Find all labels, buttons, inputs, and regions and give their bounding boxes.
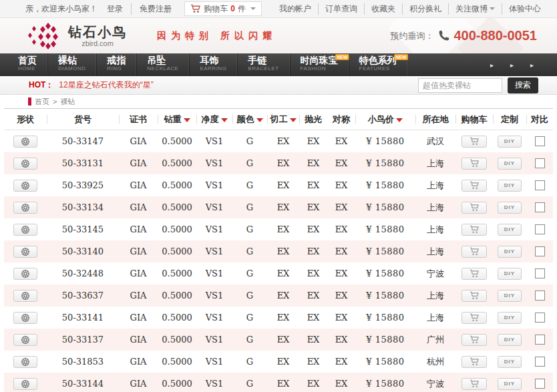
shape-button[interactable] xyxy=(13,202,37,214)
column-header[interactable]: 钻重 xyxy=(158,109,196,130)
hot-promo-link[interactable]: 12星座之钻石代表我的“星” xyxy=(59,79,153,91)
column-header[interactable]: 对比 xyxy=(526,109,553,130)
topbar-link[interactable]: 积分换礼 xyxy=(402,3,448,15)
column-header[interactable]: 抛光 xyxy=(299,109,327,130)
diy-button[interactable]: DIY xyxy=(498,224,522,236)
compare-checkbox[interactable] xyxy=(535,202,545,212)
add-to-cart-button[interactable] xyxy=(461,202,487,214)
add-to-cart-button[interactable] xyxy=(461,356,487,368)
breadcrumb-home[interactable]: 首页 xyxy=(35,97,49,107)
shape-button[interactable] xyxy=(13,180,37,192)
diy-button[interactable]: DIY xyxy=(498,378,522,390)
diy-button[interactable]: DIY xyxy=(498,290,522,302)
sku[interactable]: 50-33637 xyxy=(47,290,119,301)
sku[interactable]: 50-31853 xyxy=(47,357,119,367)
topbar-link[interactable]: 收藏夹 xyxy=(364,3,402,15)
sku[interactable]: 50-33144 xyxy=(47,379,119,389)
add-to-cart-button[interactable] xyxy=(461,378,487,390)
column-header[interactable]: 证书 xyxy=(119,109,158,130)
nav-item[interactable]: 裸钻 DIAMOND xyxy=(47,53,96,76)
diy-button[interactable]: DIY xyxy=(498,312,522,324)
sku[interactable]: 50-33141 xyxy=(47,313,119,323)
diy-button[interactable]: DIY xyxy=(498,202,522,214)
sku[interactable]: 50-33145 xyxy=(47,224,119,234)
compare-checkbox[interactable] xyxy=(535,136,545,146)
topbar-link[interactable]: 体验中心 xyxy=(502,3,548,15)
add-to-cart-button[interactable] xyxy=(461,334,487,346)
shape-button[interactable] xyxy=(13,312,37,324)
shape-button[interactable] xyxy=(13,224,37,236)
column-header[interactable]: 切工 xyxy=(267,109,299,130)
topbar-link[interactable]: 我的帐户 xyxy=(272,3,318,15)
sku[interactable]: 50-33925 xyxy=(47,180,119,190)
add-to-cart-button[interactable] xyxy=(461,268,487,280)
column-header[interactable]: 定制 xyxy=(493,109,526,130)
add-to-cart-button[interactable] xyxy=(461,246,487,258)
register-link[interactable]: 免费注册 xyxy=(131,3,172,15)
shape-button[interactable] xyxy=(13,356,37,368)
search-input[interactable] xyxy=(418,78,502,93)
column-header[interactable]: 所在地 xyxy=(415,109,455,130)
column-header[interactable]: 形状 xyxy=(4,109,47,130)
diy-button[interactable]: DIY xyxy=(498,246,522,258)
sort-down-icon[interactable] xyxy=(221,118,228,122)
nav-item[interactable]: 手链 BRACELET xyxy=(237,53,289,76)
sort-down-icon[interactable] xyxy=(396,118,403,122)
shape-button[interactable] xyxy=(13,136,37,148)
diy-button[interactable]: DIY xyxy=(498,158,522,170)
column-header[interactable]: 货号 xyxy=(47,109,119,130)
add-to-cart-button[interactable] xyxy=(461,290,487,302)
sort-down-icon[interactable] xyxy=(290,118,297,122)
cart-button[interactable]: 购物车 0 件 xyxy=(184,1,262,16)
nav-item[interactable]: 耳饰 EARRING xyxy=(189,53,237,76)
shape-button[interactable] xyxy=(13,378,37,390)
column-header[interactable]: 购物车 xyxy=(455,109,493,130)
nav-item[interactable]: 时尚珠宝 FASHION NEW xyxy=(290,53,349,76)
shape-button[interactable] xyxy=(13,158,37,170)
sort-down-icon[interactable] xyxy=(256,118,263,122)
sort-down-icon[interactable] xyxy=(184,118,190,122)
nav-item[interactable]: 吊坠 NECKLACE xyxy=(136,53,189,76)
nav-secondary-link[interactable] xyxy=(525,60,541,69)
sku[interactable]: 50-33137 xyxy=(47,335,119,345)
column-header[interactable]: 小鸟价 xyxy=(355,109,415,130)
logo[interactable]: 钻石小鸟 zbird.com xyxy=(25,21,127,51)
compare-checkbox[interactable] xyxy=(535,335,545,345)
shape-button[interactable] xyxy=(13,290,37,302)
diy-button[interactable]: DIY xyxy=(498,268,522,280)
add-to-cart-button[interactable] xyxy=(461,180,487,192)
compare-checkbox[interactable] xyxy=(535,357,545,367)
column-header[interactable]: 颜色 xyxy=(232,109,267,130)
shape-button[interactable] xyxy=(13,246,37,258)
diy-button[interactable]: DIY xyxy=(498,180,522,192)
compare-checkbox[interactable] xyxy=(535,268,545,278)
compare-checkbox[interactable] xyxy=(535,379,545,389)
compare-checkbox[interactable] xyxy=(535,180,545,190)
compare-checkbox[interactable] xyxy=(535,313,545,323)
add-to-cart-button[interactable] xyxy=(461,136,487,148)
nav-item[interactable]: 戒指 RING xyxy=(96,53,136,76)
compare-checkbox[interactable] xyxy=(535,158,545,168)
topbar-link[interactable]: 关注微博 xyxy=(448,3,502,15)
add-to-cart-button[interactable] xyxy=(461,224,487,236)
sku[interactable]: 50-33131 xyxy=(47,158,119,168)
nav-item[interactable]: 首页 HOME xyxy=(8,53,47,76)
sku[interactable]: 50-33134 xyxy=(47,202,119,212)
column-header[interactable]: 对称 xyxy=(327,109,355,130)
search-button[interactable]: 搜索 xyxy=(508,77,538,93)
column-header[interactable]: 净度 xyxy=(196,109,232,130)
add-to-cart-button[interactable] xyxy=(461,158,487,170)
sku[interactable]: 50-33140 xyxy=(47,246,119,256)
diy-button[interactable]: DIY xyxy=(498,334,522,346)
shape-button[interactable] xyxy=(13,334,37,346)
compare-checkbox[interactable] xyxy=(535,246,545,256)
compare-checkbox[interactable] xyxy=(535,224,545,234)
add-to-cart-button[interactable] xyxy=(461,312,487,324)
sku[interactable]: 50-33147 xyxy=(47,136,119,146)
topbar-link[interactable]: 订单查询 xyxy=(318,3,364,15)
nav-secondary-link[interactable] xyxy=(485,60,501,69)
shape-button[interactable] xyxy=(13,268,37,280)
nav-secondary-link[interactable] xyxy=(505,60,521,69)
sku[interactable]: 50-32448 xyxy=(47,268,119,278)
nav-item[interactable]: 特色系列 FEATURES NEW xyxy=(349,53,407,76)
